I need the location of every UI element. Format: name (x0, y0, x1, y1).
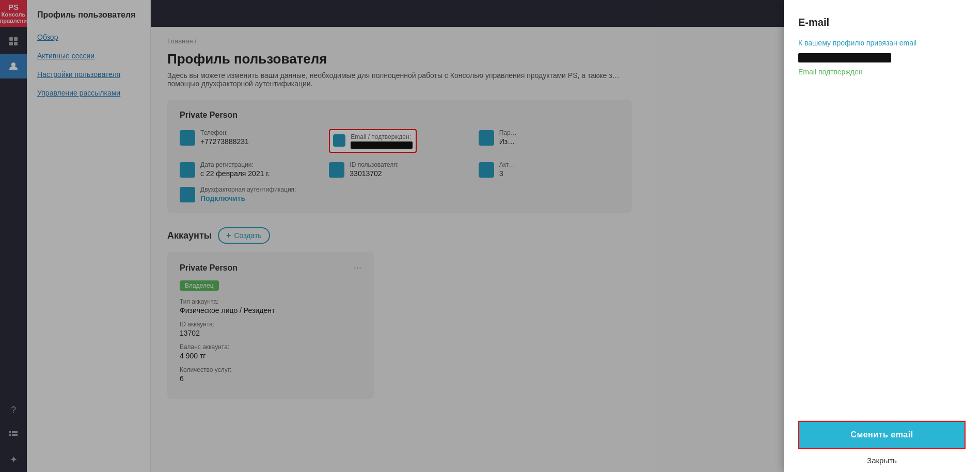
panel-spacer (798, 90, 966, 420)
close-panel-button[interactable]: Закрыть (798, 449, 966, 472)
email-panel: E-mail К вашему профилю привязан email E… (784, 0, 980, 472)
panel-email-hidden (798, 53, 891, 62)
change-email-button[interactable]: Сменить email (798, 421, 966, 449)
panel-actions: Сменить email Закрыть (798, 420, 966, 472)
panel-email-link[interactable]: К вашему профилю привязан email (798, 39, 916, 47)
panel-confirmed: Email подтвержден (798, 68, 966, 76)
panel-title: E-mail (798, 17, 966, 28)
panel-description: К вашему профилю привязан email (798, 39, 966, 47)
